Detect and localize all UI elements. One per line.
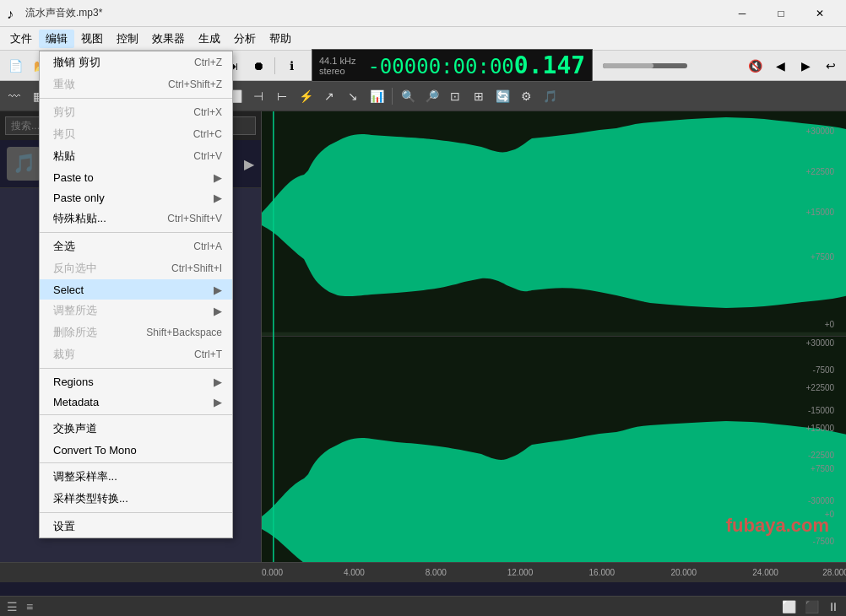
menu-paste-to[interactable]: Paste to ▶ bbox=[40, 167, 232, 187]
waveform-svg: +30000 +22500 +15000 +7500 +0 -7500 -150… bbox=[262, 111, 846, 562]
track-nav: ▶ bbox=[244, 156, 254, 172]
menu-undo[interactable]: 撤销 剪切 Ctrl+Z bbox=[40, 51, 232, 73]
menu-metadata[interactable]: Metadata ▶ bbox=[40, 392, 232, 412]
menu-cut: 剪切 Ctrl+X bbox=[40, 101, 232, 123]
special-paste-label: 特殊粘贴... bbox=[53, 211, 150, 226]
sep-t2-2 bbox=[392, 88, 393, 105]
track-collapse[interactable]: ▶ bbox=[244, 156, 254, 172]
settings-label: 设置 bbox=[53, 519, 222, 534]
menu-trim: 裁剪 Ctrl+T bbox=[40, 343, 232, 365]
menu-settings[interactable]: 设置 bbox=[40, 516, 232, 538]
menu-control[interactable]: 控制 bbox=[110, 30, 145, 48]
select-all-label: 全选 bbox=[53, 239, 176, 254]
fade-out[interactable]: ↘ bbox=[342, 85, 364, 107]
menu-generate[interactable]: 生成 bbox=[192, 30, 227, 48]
menu-delete-selection: 删除所选 Shift+Backspace bbox=[40, 322, 232, 343]
sep5 bbox=[40, 462, 232, 463]
copy-label: 拷贝 bbox=[53, 127, 176, 142]
menu-effects[interactable]: 效果器 bbox=[145, 30, 192, 48]
trim-shortcut: Ctrl+T bbox=[194, 349, 222, 360]
menu-paste-only[interactable]: Paste only ▶ bbox=[40, 187, 232, 208]
fade-in[interactable]: ↗ bbox=[318, 85, 340, 107]
svg-text:-22500: -22500 bbox=[808, 451, 835, 460]
sep2 bbox=[40, 232, 232, 233]
trim-end[interactable]: ⊢ bbox=[271, 85, 293, 107]
playback-controls-right: 🔇 ◀ ▶ ↩ bbox=[743, 55, 843, 77]
menu-copy: 拷贝 Ctrl+C bbox=[40, 123, 232, 145]
menu-file[interactable]: 文件 bbox=[3, 30, 39, 48]
menu-convert-to-mono[interactable]: Convert To Mono bbox=[40, 440, 232, 460]
menu-redo: 重做 Ctrl+Shift+Z bbox=[40, 73, 232, 95]
mute-btn[interactable]: 🔇 bbox=[743, 55, 767, 77]
maximize-button[interactable]: □ bbox=[762, 0, 800, 27]
menu-sample-convert[interactable]: 采样类型转换... bbox=[40, 488, 232, 510]
midi-btn[interactable]: 🎵 bbox=[539, 85, 561, 107]
next-btn[interactable]: ▶ bbox=[794, 55, 817, 77]
menu-regions[interactable]: Regions ▶ bbox=[40, 371, 232, 392]
menu-swap-channels[interactable]: 交换声道 bbox=[40, 418, 232, 440]
edit-menu: 撤销 剪切 Ctrl+Z 重做 Ctrl+Shift+Z 剪切 Ctrl+X 拷… bbox=[39, 51, 233, 538]
timeline: 0.000 4.000 8.000 12.000 16.000 20.000 2… bbox=[0, 562, 846, 582]
svg-text:-15000: -15000 bbox=[808, 406, 835, 415]
menu-edit[interactable]: 编辑 bbox=[39, 30, 74, 48]
convert-to-mono-label: Convert To Mono bbox=[53, 444, 222, 457]
waveform-view[interactable]: 〰 bbox=[3, 85, 25, 107]
menu-invert-select: 反向选中 Ctrl+Shift+I bbox=[40, 257, 232, 279]
status-btn4[interactable]: ⬛ bbox=[805, 600, 819, 613]
settings2[interactable]: ⚙ bbox=[515, 85, 537, 107]
status-btn1[interactable]: ☰ bbox=[7, 600, 18, 613]
menu-help[interactable]: 帮助 bbox=[263, 30, 298, 48]
sep3 bbox=[40, 368, 232, 369]
zoom-fit[interactable]: ⊡ bbox=[444, 85, 466, 107]
toolbar-new[interactable]: 📄 bbox=[3, 55, 27, 77]
menu-select-all[interactable]: 全选 Ctrl+A bbox=[40, 235, 232, 257]
menu-view[interactable]: 视图 bbox=[74, 30, 110, 48]
timeline-inner: 0.000 4.000 8.000 12.000 16.000 20.000 2… bbox=[262, 563, 846, 583]
menu-special-paste[interactable]: 特殊粘贴... Ctrl+Shift+V bbox=[40, 208, 232, 230]
trim-label: 裁剪 bbox=[53, 347, 177, 362]
status-btn3[interactable]: ⬜ bbox=[782, 600, 796, 613]
window-controls: ─ □ ✕ bbox=[723, 0, 839, 27]
history-btn[interactable]: ↩ bbox=[819, 55, 843, 77]
trim-start[interactable]: ⊣ bbox=[247, 85, 269, 107]
special-paste-shortcut: Ctrl+Shift+V bbox=[167, 213, 222, 224]
sep6 bbox=[40, 512, 232, 513]
zoom-sel[interactable]: ⊞ bbox=[468, 85, 490, 107]
minimize-button[interactable]: ─ bbox=[723, 0, 762, 27]
cut-label: 剪切 bbox=[53, 105, 176, 120]
prev-btn[interactable]: ◀ bbox=[768, 55, 792, 77]
menu-select[interactable]: Select ▶ bbox=[40, 279, 232, 300]
toolbar-info[interactable]: ℹ bbox=[279, 55, 303, 77]
channel-top bbox=[262, 111, 846, 332]
loop-play[interactable]: 🔄 bbox=[491, 85, 513, 107]
toolbar-record[interactable]: ⏺ bbox=[247, 55, 270, 77]
svg-text:+22500: +22500 bbox=[806, 383, 835, 392]
metadata-arrow: ▶ bbox=[214, 396, 222, 408]
time-display: -00000:00:000.147 bbox=[361, 51, 585, 79]
redo-shortcut: Ctrl+Shift+Z bbox=[168, 78, 222, 90]
menu-analyze[interactable]: 分析 bbox=[227, 30, 263, 48]
gain-btn[interactable]: 📊 bbox=[366, 85, 388, 107]
paste-label: 粘贴 bbox=[53, 149, 176, 164]
sample-rate: 44.1 kHz bbox=[319, 56, 355, 66]
regions-arrow: ▶ bbox=[214, 376, 222, 388]
statusbar: ☰ ≡ ⬜ ⬛ ⏸ bbox=[0, 596, 846, 616]
timeline-0: 0.000 bbox=[262, 568, 283, 577]
resample-label: 调整采样率... bbox=[53, 469, 222, 484]
zoom-out[interactable]: 🔎 bbox=[420, 85, 442, 107]
status-btn5[interactable]: ⏸ bbox=[827, 600, 839, 613]
menu-paste[interactable]: 粘贴 Ctrl+V bbox=[40, 145, 232, 167]
menu-resample[interactable]: 调整采样率... bbox=[40, 466, 232, 488]
svg-text:-7500: -7500 bbox=[813, 365, 835, 375]
svg-text:+30000: +30000 bbox=[806, 338, 835, 348]
split-btn[interactable]: ⚡ bbox=[295, 85, 317, 107]
dropdown-overlay: 撤销 剪切 Ctrl+Z 重做 Ctrl+Shift+Z 剪切 Ctrl+X 拷… bbox=[39, 51, 233, 538]
metadata-label: Metadata bbox=[53, 396, 207, 408]
close-button[interactable]: ✕ bbox=[800, 0, 839, 27]
waveform-area[interactable]: +30000 +22500 +15000 +7500 +0 -7500 -150… bbox=[262, 111, 846, 562]
volume-slider[interactable] bbox=[603, 63, 687, 68]
time-meta: 44.1 kHz stereo bbox=[319, 56, 355, 76]
status-btn2[interactable]: ≡ bbox=[26, 600, 33, 613]
timeline-20: 20.000 bbox=[670, 568, 697, 577]
zoom-in[interactable]: 🔍 bbox=[397, 85, 419, 107]
